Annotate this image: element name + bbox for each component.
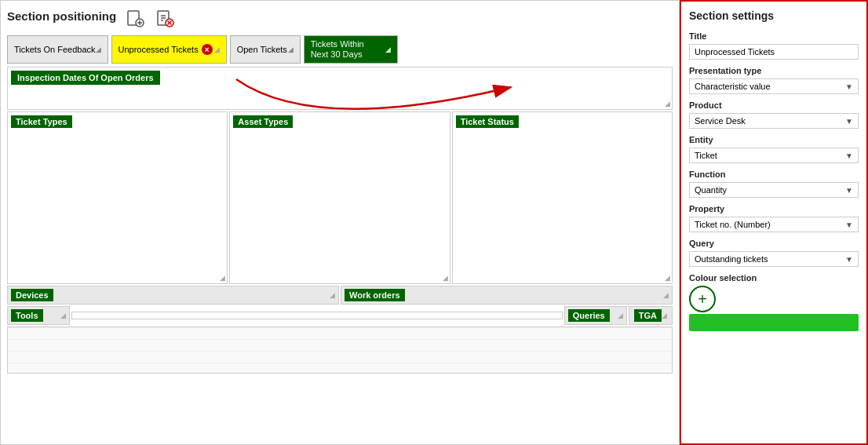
inspection-dates-label: Inspection Dates Of Open Orders: [11, 71, 160, 85]
tga-tab[interactable]: TGA ◢: [629, 306, 673, 325]
ticket-types-label: Ticket Types: [11, 115, 72, 128]
tga-label: TGA: [634, 309, 662, 322]
title-input[interactable]: [689, 44, 859, 60]
query-field-group: Query Outstanding tickets ▼: [689, 239, 859, 267]
ticket-status-label: Ticket Status: [456, 115, 519, 128]
work-orders-label: Work orders: [345, 289, 405, 301]
inspection-dates-section: Inspection Dates Of Open Orders ◢: [7, 67, 673, 110]
presentation-label: Presentation type: [689, 66, 859, 75]
tab-resize-handle2: ◢: [214, 46, 220, 53]
asset-types-label: Asset Types: [233, 115, 293, 128]
presentation-field-group: Presentation type Characteristic value ▼: [689, 66, 859, 94]
function-label: Function: [689, 170, 859, 179]
function-chevron: ▼: [845, 186, 853, 195]
query-label: Query: [689, 239, 859, 248]
ticket-types-panel: Ticket Types ◢: [7, 111, 228, 284]
tab-open-tickets[interactable]: Open Tickets ◢: [230, 35, 301, 64]
queries-label: Queries: [568, 309, 610, 322]
grid-area: [7, 326, 673, 374]
property-field-group: Property Ticket no. (Number) ▼: [689, 204, 859, 232]
settings-panel-title: Section settings: [689, 9, 859, 22]
panel-resize-handle1: ◢: [220, 274, 225, 282]
product-value: Service Desk: [695, 116, 746, 126]
bottom-tabs-row1: Devices ◢ Work orders ◢: [7, 286, 673, 305]
title-label: Title: [689, 31, 859, 41]
devices-label: Devices: [11, 289, 53, 301]
property-label: Property: [689, 204, 859, 213]
add-section-icon[interactable]: [124, 7, 146, 29]
settings-panel: Section settings Title Presentation type…: [680, 0, 868, 445]
panels-row: Ticket Types ◢ Asset Types ◢ Ticket Stat…: [7, 111, 673, 284]
ticket-status-panel: Ticket Status ◢: [452, 111, 673, 284]
product-chevron: ▼: [845, 117, 853, 126]
panel-resize-handle2: ◢: [443, 274, 448, 282]
tabs-row: Tickets On Feedback ◢ Unprocessed Ticket…: [7, 35, 673, 64]
colour-label: Colour selection: [689, 273, 859, 283]
page-title: Section positioning: [7, 9, 116, 23]
add-colour-button[interactable]: +: [689, 286, 716, 312]
tab-resize-handle4: ◢: [385, 46, 391, 53]
property-value: Ticket no. (Number): [695, 220, 771, 229]
tools-resize: ◢: [60, 312, 66, 319]
property-dropdown[interactable]: Ticket no. (Number) ▼: [689, 217, 859, 232]
tga-resize: ◢: [662, 312, 667, 319]
product-dropdown[interactable]: Service Desk ▼: [689, 113, 859, 129]
add-colour-icon: +: [698, 290, 707, 308]
tab-resize-handle: ◢: [96, 46, 101, 53]
entity-chevron: ▼: [845, 151, 853, 160]
tab-close-icon[interactable]: ×: [202, 44, 213, 55]
tools-label: Tools: [11, 309, 43, 322]
presentation-value: Characteristic value: [695, 82, 771, 91]
product-field-group: Product Service Desk ▼: [689, 100, 859, 129]
work-orders-resize: ◢: [663, 291, 669, 299]
query-chevron: ▼: [845, 255, 853, 264]
asset-types-panel: Asset Types ◢: [229, 111, 450, 284]
query-value: Outstanding tickets: [695, 254, 768, 264]
queries-resize: ◢: [618, 312, 623, 319]
property-chevron: ▼: [845, 221, 853, 229]
colour-field-group: Colour selection +: [689, 273, 859, 331]
entity-dropdown[interactable]: Ticket ▼: [689, 148, 859, 163]
tab-tickets-on-feedback[interactable]: Tickets On Feedback ◢: [7, 35, 108, 64]
work-orders-tab[interactable]: Work orders ◢: [341, 286, 673, 305]
delete-section-icon[interactable]: [154, 7, 176, 29]
bottom-tabs-row2: Tools ◢ Queries ◢ TGA ◢: [7, 306, 673, 325]
section-resize-handle: ◢: [665, 100, 670, 108]
entity-label: Entity: [689, 135, 859, 144]
entity-value: Ticket: [695, 151, 717, 160]
function-field-group: Function Quantity ▼: [689, 170, 859, 198]
presentation-dropdown[interactable]: Characteristic value ▼: [689, 78, 859, 94]
panel-resize-handle3: ◢: [665, 274, 670, 282]
main-area: Section positioning Tickets On F: [0, 0, 680, 445]
tab-unprocessed-tickets[interactable]: Unprocessed Tickets × ◢: [111, 35, 227, 64]
title-field-group: Title: [689, 31, 859, 60]
product-label: Product: [689, 100, 859, 110]
devices-tab[interactable]: Devices ◢: [7, 286, 339, 305]
tab-resize-handle3: ◢: [288, 46, 294, 53]
devices-resize: ◢: [330, 291, 335, 299]
tools-tab[interactable]: Tools ◢: [7, 306, 70, 325]
presentation-chevron: ▼: [845, 82, 853, 91]
query-dropdown[interactable]: Outstanding tickets ▼: [689, 251, 859, 267]
function-dropdown[interactable]: Quantity ▼: [689, 182, 859, 198]
colour-bar: [689, 314, 859, 331]
tab-tickets-30-days[interactable]: Tickets Within Next 30 Days ◢: [304, 35, 398, 64]
queries-tab[interactable]: Queries ◢: [564, 306, 627, 325]
empty-space: [71, 312, 563, 319]
entity-field-group: Entity Ticket ▼: [689, 135, 859, 163]
function-value: Quantity: [695, 185, 727, 195]
